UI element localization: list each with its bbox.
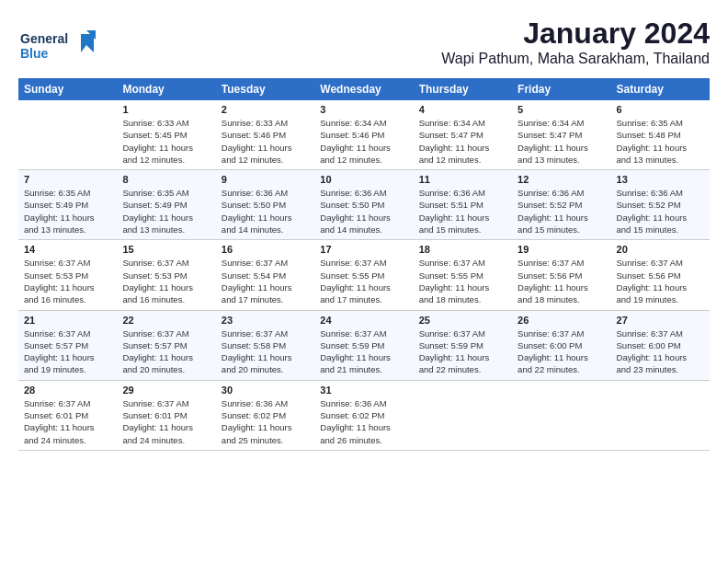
day-number: 10: [320, 174, 407, 185]
day-number: 4: [419, 104, 506, 115]
day-number: 3: [320, 104, 407, 115]
day-number: 31: [320, 385, 407, 396]
table-row: 13Sunrise: 6:36 AMSunset: 5:52 PMDayligh…: [611, 170, 710, 240]
day-info: Sunrise: 6:36 AMSunset: 5:51 PMDaylight:…: [419, 188, 490, 235]
calendar-week-row: 1Sunrise: 6:33 AMSunset: 5:45 PMDaylight…: [18, 100, 710, 170]
day-number: 12: [518, 174, 605, 185]
day-number: 9: [222, 174, 309, 185]
table-row: 3Sunrise: 6:34 AMSunset: 5:46 PMDaylight…: [314, 100, 413, 170]
table-row: 23Sunrise: 6:37 AMSunset: 5:58 PMDayligh…: [216, 310, 314, 380]
day-number: 20: [617, 244, 704, 255]
day-info: Sunrise: 6:35 AMSunset: 5:49 PMDaylight:…: [122, 188, 193, 235]
table-row: 18Sunrise: 6:37 AMSunset: 5:55 PMDayligh…: [414, 240, 512, 310]
calendar-week-row: 28Sunrise: 6:37 AMSunset: 6:01 PMDayligh…: [18, 380, 710, 450]
day-number: 26: [518, 315, 605, 326]
table-row: 4Sunrise: 6:34 AMSunset: 5:47 PMDaylight…: [414, 100, 512, 170]
table-row: 28Sunrise: 6:37 AMSunset: 6:01 PMDayligh…: [18, 380, 117, 450]
day-info: Sunrise: 6:37 AMSunset: 6:00 PMDaylight:…: [518, 328, 588, 375]
day-info: Sunrise: 6:34 AMSunset: 5:47 PMDaylight:…: [419, 118, 490, 165]
table-row: 25Sunrise: 6:37 AMSunset: 5:59 PMDayligh…: [414, 310, 512, 380]
calendar-week-row: 21Sunrise: 6:37 AMSunset: 5:57 PMDayligh…: [18, 310, 710, 380]
table-row: [512, 380, 610, 450]
table-row: 9Sunrise: 6:36 AMSunset: 5:50 PMDaylight…: [216, 170, 314, 240]
table-row: 10Sunrise: 6:36 AMSunset: 5:50 PMDayligh…: [314, 170, 413, 240]
day-number: 8: [122, 174, 210, 185]
calendar-table: Sunday Monday Tuesday Wednesday Thursday…: [18, 78, 710, 451]
table-row: 5Sunrise: 6:34 AMSunset: 5:47 PMDaylight…: [512, 100, 610, 170]
day-number: 2: [222, 104, 309, 115]
day-info: Sunrise: 6:36 AMSunset: 5:52 PMDaylight:…: [617, 188, 688, 235]
location-title: Wapi Pathum, Maha Sarakham, Thailand: [441, 51, 710, 67]
top-row: General Blue January 2024 Wapi Pathum, M…: [18, 17, 710, 73]
day-number: 11: [419, 174, 506, 185]
day-number: 7: [24, 174, 111, 185]
table-row: 24Sunrise: 6:37 AMSunset: 5:59 PMDayligh…: [314, 310, 413, 380]
day-info: Sunrise: 6:37 AMSunset: 5:55 PMDaylight:…: [419, 258, 490, 304]
day-number: 17: [320, 244, 407, 255]
col-monday: Monday: [117, 78, 215, 100]
day-number: 6: [617, 104, 704, 115]
table-row: 30Sunrise: 6:36 AMSunset: 6:02 PMDayligh…: [216, 380, 314, 450]
day-info: Sunrise: 6:37 AMSunset: 5:56 PMDaylight:…: [518, 258, 588, 304]
logo-svg: General Blue: [18, 27, 101, 65]
day-info: Sunrise: 6:37 AMSunset: 5:57 PMDaylight:…: [122, 328, 193, 375]
day-info: Sunrise: 6:35 AMSunset: 5:49 PMDaylight:…: [24, 188, 95, 235]
day-number: 25: [419, 315, 506, 326]
day-info: Sunrise: 6:37 AMSunset: 5:56 PMDaylight:…: [617, 258, 688, 304]
table-row: 20Sunrise: 6:37 AMSunset: 5:56 PMDayligh…: [611, 240, 710, 310]
table-row: 22Sunrise: 6:37 AMSunset: 5:57 PMDayligh…: [117, 310, 215, 380]
day-number: 13: [617, 174, 704, 185]
day-number: 15: [122, 244, 210, 255]
title-section: January 2024 Wapi Pathum, Maha Sarakham,…: [441, 17, 710, 67]
day-info: Sunrise: 6:36 AMSunset: 6:02 PMDaylight:…: [320, 398, 391, 445]
table-row: 26Sunrise: 6:37 AMSunset: 6:00 PMDayligh…: [512, 310, 610, 380]
page: General Blue January 2024 Wapi Pathum, M…: [0, 0, 728, 460]
day-info: Sunrise: 6:37 AMSunset: 5:57 PMDaylight:…: [24, 328, 95, 375]
day-number: 28: [24, 385, 111, 396]
table-row: 17Sunrise: 6:37 AMSunset: 5:55 PMDayligh…: [314, 240, 413, 310]
day-info: Sunrise: 6:37 AMSunset: 5:54 PMDaylight:…: [222, 258, 292, 304]
day-info: Sunrise: 6:37 AMSunset: 5:58 PMDaylight:…: [222, 328, 292, 375]
calendar-body: 1Sunrise: 6:33 AMSunset: 5:45 PMDaylight…: [18, 100, 710, 450]
day-number: 1: [122, 104, 210, 115]
table-row: 16Sunrise: 6:37 AMSunset: 5:54 PMDayligh…: [216, 240, 314, 310]
col-sunday: Sunday: [18, 78, 117, 100]
table-row: 7Sunrise: 6:35 AMSunset: 5:49 PMDaylight…: [18, 170, 117, 240]
day-number: 18: [419, 244, 506, 255]
calendar-header-row: Sunday Monday Tuesday Wednesday Thursday…: [18, 78, 710, 100]
table-row: 21Sunrise: 6:37 AMSunset: 5:57 PMDayligh…: [18, 310, 117, 380]
day-number: 5: [518, 104, 605, 115]
day-info: Sunrise: 6:37 AMSunset: 5:53 PMDaylight:…: [24, 258, 95, 304]
day-number: 21: [24, 315, 111, 326]
table-row: 19Sunrise: 6:37 AMSunset: 5:56 PMDayligh…: [512, 240, 610, 310]
day-info: Sunrise: 6:33 AMSunset: 5:45 PMDaylight:…: [122, 118, 193, 165]
day-number: 16: [222, 244, 309, 255]
day-number: 30: [222, 385, 309, 396]
day-info: Sunrise: 6:36 AMSunset: 6:02 PMDaylight:…: [222, 398, 292, 445]
table-row: 6Sunrise: 6:35 AMSunset: 5:48 PMDaylight…: [611, 100, 710, 170]
table-row: 12Sunrise: 6:36 AMSunset: 5:52 PMDayligh…: [512, 170, 610, 240]
table-row: [611, 380, 710, 450]
table-row: 8Sunrise: 6:35 AMSunset: 5:49 PMDaylight…: [117, 170, 215, 240]
table-row: 31Sunrise: 6:36 AMSunset: 6:02 PMDayligh…: [314, 380, 413, 450]
day-info: Sunrise: 6:37 AMSunset: 6:01 PMDaylight:…: [24, 398, 95, 445]
table-row: 15Sunrise: 6:37 AMSunset: 5:53 PMDayligh…: [117, 240, 215, 310]
table-row: [18, 100, 117, 170]
day-number: 27: [617, 315, 704, 326]
svg-text:Blue: Blue: [20, 46, 49, 61]
calendar-week-row: 14Sunrise: 6:37 AMSunset: 5:53 PMDayligh…: [18, 240, 710, 310]
col-friday: Friday: [512, 78, 610, 100]
day-number: 29: [122, 385, 210, 396]
day-info: Sunrise: 6:37 AMSunset: 5:59 PMDaylight:…: [419, 328, 490, 375]
day-info: Sunrise: 6:34 AMSunset: 5:47 PMDaylight:…: [518, 118, 588, 165]
day-info: Sunrise: 6:34 AMSunset: 5:46 PMDaylight:…: [320, 118, 391, 165]
day-number: 19: [518, 244, 605, 255]
month-title: January 2024: [441, 17, 710, 51]
col-tuesday: Tuesday: [216, 78, 314, 100]
day-info: Sunrise: 6:37 AMSunset: 6:01 PMDaylight:…: [122, 398, 193, 445]
day-number: 14: [24, 244, 111, 255]
day-info: Sunrise: 6:36 AMSunset: 5:52 PMDaylight:…: [518, 188, 588, 235]
col-saturday: Saturday: [611, 78, 710, 100]
table-row: 2Sunrise: 6:33 AMSunset: 5:46 PMDaylight…: [216, 100, 314, 170]
day-number: 24: [320, 315, 407, 326]
